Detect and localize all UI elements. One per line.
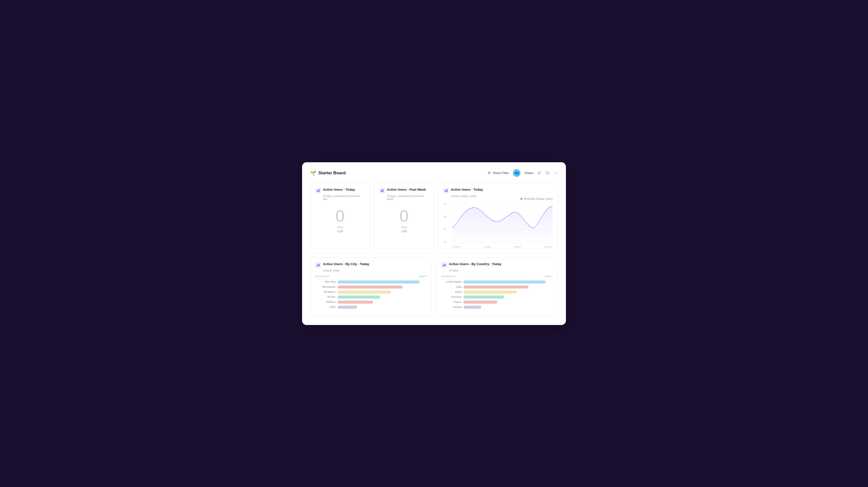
chart-icon (380, 189, 384, 192)
link-button[interactable] (537, 171, 541, 175)
active-users-today-chart-card: Active Users - Today Linear, unique, tod… (438, 183, 558, 253)
list-item: India (441, 286, 553, 289)
svg-rect-5 (319, 190, 319, 192)
breakdown-dropdown[interactable]: Breakdown ▾ (441, 275, 456, 278)
brand-icon: 🌱 (310, 170, 316, 176)
bar-track (463, 300, 553, 304)
list-item: Minneapolis (315, 286, 427, 289)
card-icon (443, 188, 449, 194)
bar-label: Canada (441, 306, 461, 308)
bar-track (338, 290, 427, 293)
active-users-by-country-card: Active Users - By Country - Today 30 day… (436, 257, 558, 316)
heart-icon (545, 171, 549, 175)
metric-change: +1% (337, 230, 343, 233)
top-cards-grid: Active Users - Today Unique, compared to… (310, 183, 558, 253)
heart-button[interactable] (545, 171, 549, 175)
metric-total-label: Total (401, 226, 407, 229)
city-bar-table: Breakdown ▾ Value ▾ New York (315, 274, 427, 309)
svg-rect-18 (319, 264, 319, 266)
dashboard-container: 🌱 Starter Board Show Filter AJ Share (302, 162, 566, 325)
bar-fill (463, 281, 546, 284)
bar-label: Ashburn (315, 300, 336, 304)
header: 🌱 Starter Board Show Filter AJ Share (310, 169, 558, 177)
bar-track (338, 295, 427, 298)
svg-point-1 (555, 173, 556, 173)
card-subtitle: Unique, today (315, 269, 427, 272)
filter-icon (488, 171, 491, 175)
svg-rect-19 (442, 265, 443, 266)
link-icon (537, 171, 541, 175)
card-title: Active Users - Today (323, 188, 355, 192)
chart-icon (317, 263, 320, 267)
brand-title: Starter Board (318, 171, 346, 176)
card-icon (379, 188, 385, 194)
show-filter-button[interactable]: Show Filter (488, 171, 509, 175)
breakdown-header: Breakdown ▾ (441, 275, 456, 278)
list-item: Canada (441, 306, 553, 309)
svg-point-0 (554, 173, 555, 173)
list-item: Germany (441, 295, 553, 298)
bar-label: Bengaluru (315, 290, 336, 293)
metric-change: +3% (401, 230, 407, 233)
bar-track (338, 300, 427, 304)
svg-rect-7 (382, 190, 382, 192)
card-icon (441, 262, 447, 268)
bar-fill (338, 295, 380, 298)
card-header: Active Users - Today (443, 188, 553, 194)
bar-label: Minneapolis (315, 286, 336, 288)
list-item: Ashburn (315, 300, 427, 304)
card-title: Active Users - By Country - Today (449, 262, 501, 266)
bar-label: United States (441, 281, 461, 283)
svg-rect-4 (318, 190, 318, 192)
list-item: Delhi (315, 306, 427, 309)
brand: 🌱 Starter Board (310, 170, 346, 176)
bar-fill (463, 300, 497, 304)
svg-rect-9 (444, 191, 445, 192)
bar-fill (338, 300, 373, 304)
breakdown-dropdown[interactable]: Breakdown ▾ (315, 275, 330, 278)
card-header: Active Users - By City - Today (315, 262, 427, 268)
country-bars: United States India Brazil Germany Franc… (441, 281, 553, 309)
value-header: Value ▾ (545, 275, 553, 278)
value-dropdown[interactable]: Value ▾ (419, 275, 427, 278)
card-subtitle: Linear, unique, today (443, 195, 553, 198)
bar-fill (463, 286, 528, 289)
value-dropdown[interactable]: Value ▾ (545, 275, 553, 278)
bar-header-row: Breakdown ▾ Value ▾ (315, 274, 427, 280)
more-button[interactable] (553, 171, 558, 175)
bar-fill (463, 306, 481, 309)
metric-value: 0 (336, 208, 344, 224)
card-icon (315, 262, 321, 268)
svg-rect-21 (444, 264, 445, 266)
bar-track (463, 295, 553, 298)
more-icon (553, 171, 558, 175)
chart-y-labels: 6M 4M 2M 0M (443, 203, 451, 243)
svg-rect-17 (318, 264, 318, 266)
legend-dot (521, 198, 523, 200)
list-item: Tel Aviv (315, 295, 427, 298)
bar-label: Tel Aviv (315, 295, 336, 298)
bar-label: New York (315, 281, 336, 283)
svg-rect-20 (443, 264, 444, 266)
card-subtitle: Unique, compared to previous day (315, 195, 365, 200)
card-title: Active Users - Past Week (387, 188, 426, 192)
list-item: Bengaluru (315, 290, 427, 293)
metric-total-label: Total (337, 226, 343, 229)
bar-track (338, 286, 427, 289)
metric-body: 0 Total +1% (315, 200, 365, 236)
value-header: Value ▾ (419, 275, 427, 278)
bar-track (338, 306, 427, 309)
svg-rect-8 (383, 190, 383, 192)
user-avatar[interactable]: AJ (513, 169, 521, 177)
chart-legend: All Events (Unique Users) (443, 198, 553, 200)
chart-icon (442, 263, 446, 267)
card-subtitle: 30 days (441, 269, 553, 272)
bar-label: Delhi (315, 306, 336, 308)
svg-rect-10 (445, 190, 446, 192)
metric-body: 0 Total +3% (379, 200, 429, 236)
bar-fill (338, 290, 391, 293)
chart-svg (452, 203, 553, 243)
svg-rect-16 (317, 265, 317, 266)
card-title: Active Users - Today (451, 188, 483, 192)
share-button[interactable]: Share (524, 171, 533, 175)
